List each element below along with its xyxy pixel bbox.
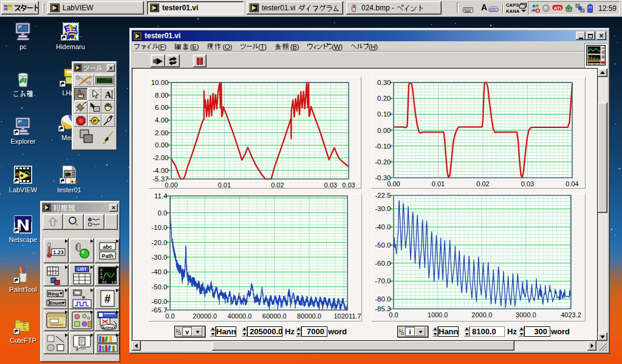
- svg-text:6.00: 6.00: [155, 104, 168, 111]
- svg-text:0.01: 0.01: [218, 181, 231, 189]
- svg-text:0.03: 0.03: [342, 181, 355, 189]
- svg-text:3: 3: [49, 271, 51, 275]
- svg-text:0.01: 0.01: [432, 180, 445, 187]
- svg-text:10.00: 10.00: [151, 80, 169, 86]
- svg-text:0.02: 0.02: [271, 181, 284, 189]
- svg-text:0.20: 0.20: [377, 95, 391, 102]
- svg-text:#: #: [104, 293, 110, 305]
- svg-text:2.00: 2.00: [155, 129, 168, 136]
- svg-text:LIST: LIST: [77, 267, 87, 271]
- svg-text:Path: Path: [101, 252, 114, 258]
- svg-text:0.03: 0.03: [324, 181, 337, 189]
- svg-text:FTP: FTP: [22, 321, 27, 330]
- svg-text:1: 1: [49, 267, 51, 271]
- svg-text:8.00: 8.00: [155, 92, 168, 99]
- svg-text:80000.0: 80000.0: [297, 312, 321, 320]
- svg-text:4: 4: [54, 271, 56, 275]
- svg-text:-2.00: -2.00: [152, 154, 168, 161]
- svg-text:102011.7: 102011.7: [333, 312, 361, 320]
- svg-text:-50.0: -50.0: [151, 283, 167, 291]
- svg-text:0.02: 0.02: [476, 180, 489, 187]
- svg-text:-60.0: -60.0: [151, 298, 167, 305]
- svg-text:0.00: 0.00: [155, 141, 168, 149]
- svg-text:11.4: 11.4: [154, 194, 168, 200]
- svg-text:60000.0: 60000.0: [262, 312, 287, 320]
- svg-text:0.04: 0.04: [566, 180, 578, 187]
- svg-text:-40.0: -40.0: [375, 223, 391, 231]
- svg-text:4.00: 4.00: [155, 116, 168, 124]
- svg-text:-10.0: -10.0: [151, 224, 167, 231]
- svg-text:Ring: Ring: [48, 291, 59, 297]
- svg-text:0.00: 0.00: [165, 181, 177, 189]
- svg-text:2: 2: [54, 267, 56, 271]
- svg-text:-0.10: -0.10: [375, 143, 391, 150]
- svg-text:0.00: 0.00: [387, 180, 400, 187]
- svg-text:0.10: 0.10: [377, 110, 391, 118]
- svg-text:ActiveX: ActiveX: [101, 325, 115, 330]
- svg-text:1.23: 1.23: [53, 249, 64, 255]
- svg-text:Enum: Enum: [49, 300, 62, 306]
- svg-text:0.03: 0.03: [521, 180, 534, 187]
- svg-text:3000.0: 3000.0: [516, 311, 536, 318]
- svg-text:20000.0: 20000.0: [193, 312, 217, 320]
- svg-text:-4.00: -4.00: [152, 167, 168, 174]
- svg-text:-30.0: -30.0: [375, 205, 391, 212]
- svg-text:O: O: [178, 331, 182, 335]
- svg-text:-80.0: -80.0: [375, 295, 391, 303]
- svg-text:1.0: 1.0: [112, 280, 116, 284]
- svg-text:abc: abc: [103, 243, 112, 249]
- svg-text:P: P: [93, 118, 97, 124]
- svg-text:1000.0: 1000.0: [428, 311, 448, 318]
- svg-text:40000.0: 40000.0: [228, 312, 252, 320]
- svg-text:0.0: 0.0: [158, 209, 168, 217]
- svg-text:0.0: 0.0: [389, 311, 398, 318]
- svg-text:-30.0: -30.0: [151, 254, 167, 261]
- svg-text:0.0: 0.0: [165, 312, 174, 320]
- svg-text:-40.0: -40.0: [151, 268, 167, 275]
- svg-text:-20.0: -20.0: [151, 239, 167, 246]
- svg-text:4023.2: 4023.2: [561, 311, 581, 318]
- svg-text:ATI: ATI: [554, 5, 561, 11]
- svg-text:0.00: 0.00: [377, 127, 391, 134]
- svg-text:-70.0: -70.0: [375, 277, 391, 285]
- svg-text:O: O: [401, 331, 405, 335]
- svg-text:-50.0: -50.0: [375, 241, 391, 249]
- svg-text:-60.0: -60.0: [375, 260, 391, 267]
- svg-text:-22.5: -22.5: [375, 193, 391, 199]
- svg-text:A: A: [104, 90, 111, 99]
- svg-text:0.0: 0.0: [102, 280, 106, 284]
- svg-text:0.30: 0.30: [377, 80, 391, 86]
- svg-text:2000.0: 2000.0: [471, 311, 492, 318]
- svg-text:-0.20: -0.20: [375, 158, 391, 166]
